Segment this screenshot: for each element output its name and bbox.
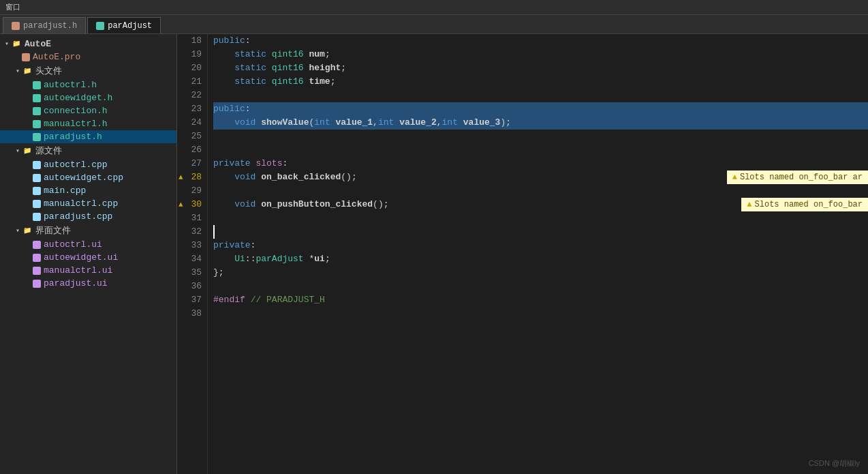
line-number-28: ▲28 (180, 171, 202, 184)
sidebar-item-main-cpp[interactable]: main.cpp (0, 184, 176, 197)
code-line-37: #endif // PARADJUST_H (213, 293, 868, 307)
sidebar-item-ui-group[interactable]: ▾📁界面文件 (0, 223, 176, 238)
line-number-24: 24 (180, 116, 202, 130)
sidebar-item-label-autoctrl-cpp: autoctrl.cpp (44, 160, 108, 170)
file-icon-h (33, 120, 41, 128)
warning-triangle-icon: ▲ (747, 200, 751, 209)
line-number-38: 38 (180, 307, 202, 321)
code-line-33: private: (213, 239, 868, 252)
line-number-37: 37 (180, 293, 202, 307)
sidebar-item-paradjust-ui[interactable]: paradjust.ui (0, 277, 176, 290)
sidebar-item-label-paradjust-h: paradjust.h (44, 132, 102, 142)
file-icon-cpp (33, 213, 41, 221)
code-line-18: public: (213, 34, 868, 48)
sidebar-item-manualctrl-h[interactable]: manualctrl.h (0, 117, 176, 130)
line-number-33: 33 (180, 239, 202, 252)
top-bar: 窗口 (0, 0, 868, 15)
file-icon-cpp (33, 187, 41, 195)
sidebar-item-autoctrl-ui[interactable]: autoctrl.ui (0, 238, 176, 251)
sidebar-item-autoewidget-h[interactable]: autoewidget.h (0, 91, 176, 104)
line-number-35: 35 (180, 266, 202, 280)
warning-hint-30: ▲Slots named on_foo_bar (741, 198, 868, 211)
code-line-38 (213, 307, 868, 321)
sidebar-item-autoctrl-h[interactable]: autoctrl.h (0, 78, 176, 91)
tab-icon-parAdjust (96, 22, 104, 30)
line-number-22: 22 (180, 89, 202, 102)
code-line-24: void showValue(int value_1,int value_2,i… (213, 116, 868, 130)
folder-chevron-icon: ▾ (14, 226, 22, 235)
code-line-21: static qint16 time; (213, 75, 868, 89)
sidebar[interactable]: ▾📁AutoEAutoE.pro▾📁头文件autoctrl.hautoewidg… (0, 34, 177, 474)
sidebar-project[interactable]: ▾📁AutoE (0, 37, 176, 50)
code-line-29 (213, 184, 868, 198)
code-line-36 (213, 280, 868, 293)
project-label: AutoE (25, 39, 51, 49)
sidebar-item-manualctrl-ui[interactable]: manualctrl.ui (0, 264, 176, 277)
tab-icon-paradjust-h (12, 22, 20, 30)
sidebar-item-autoewidget-ui[interactable]: autoewidget.ui (0, 251, 176, 264)
code-lines: public: static qint16 num; static qint16… (208, 34, 868, 474)
code-line-31 (213, 211, 868, 225)
line-number-32: 32 (180, 225, 202, 239)
file-icon-ui (33, 280, 41, 288)
tab-paradjust-h[interactable]: paradjust.h (3, 17, 86, 33)
line-number-36: 36 (180, 280, 202, 293)
code-line-28: void on_back_clicked();▲Slots named on_f… (213, 171, 868, 184)
sidebar-item-autoewidget-cpp[interactable]: autoewidget.cpp (0, 171, 176, 184)
sidebar-item-header-group[interactable]: ▾📁头文件 (0, 63, 176, 78)
sidebar-item-manualctrl-cpp[interactable]: manualctrl.cpp (0, 197, 176, 210)
line-number-34: 34 (180, 252, 202, 266)
code-line-20: static qint16 height; (213, 61, 868, 75)
file-icon-h (33, 133, 41, 141)
folder-chevron-icon: ▾ (14, 147, 22, 155)
sidebar-item-label-manualctrl-ui: manualctrl.ui (44, 265, 112, 276)
code-line-30: void on_pushButton_clicked();▲Slots name… (213, 198, 868, 211)
sidebar-item-label-autoE-pro: AutoE.pro (33, 52, 80, 62)
code-line-19: static qint16 num; (213, 48, 868, 61)
code-editor[interactable]: 18192021222324252627▲2829▲30313233343536… (177, 34, 868, 474)
main-content: ▾📁AutoEAutoE.pro▾📁头文件autoctrl.hautoewidg… (0, 34, 868, 474)
sidebar-item-label-manualctrl-h: manualctrl.h (44, 119, 108, 129)
code-line-25 (213, 130, 868, 143)
code-line-27: private slots: (213, 157, 868, 171)
file-icon-h (33, 94, 41, 102)
line-number-18: 18 (180, 34, 202, 48)
sidebar-item-label-paradjust-ui: paradjust.ui (44, 278, 108, 288)
folder-icon: 📁 (22, 65, 33, 76)
code-line-35: }; (213, 266, 868, 280)
folder-icon: 📁 (22, 145, 33, 156)
line-number-26: 26 (180, 143, 202, 157)
file-icon-ui (33, 241, 41, 249)
sidebar-item-autoE-pro[interactable]: AutoE.pro (0, 50, 176, 63)
file-icon-h (33, 81, 41, 89)
line-numbers: 18192021222324252627▲2829▲30313233343536… (177, 34, 208, 474)
warning-gutter-icon: ▲ (179, 198, 183, 211)
warning-hint-28: ▲Slots named on_foo_bar ar (727, 171, 868, 184)
code-line-22 (213, 89, 868, 102)
file-icon-cpp (33, 174, 41, 182)
sidebar-item-label-source-group: 源文件 (35, 145, 62, 157)
sidebar-item-paradjust-cpp[interactable]: paradjust.cpp (0, 210, 176, 223)
line-number-25: 25 (180, 130, 202, 143)
tab-label-paradjust-h: paradjust.h (23, 21, 77, 31)
file-icon-h (33, 107, 41, 115)
sidebar-item-paradjust-h[interactable]: paradjust.h (0, 130, 176, 143)
tab-bar: paradjust.hparAdjust (0, 15, 868, 34)
sidebar-item-label-autoctrl-h: autoctrl.h (44, 80, 97, 90)
line-number-31: 31 (180, 211, 202, 225)
watermark: CSDN @胡椒ly (809, 458, 860, 469)
folder-icon: 📁 (22, 225, 33, 236)
chevron-down-icon: ▾ (3, 40, 11, 48)
file-icon-cpp (33, 200, 41, 208)
sidebar-item-label-autoewidget-ui: autoewidget.ui (44, 252, 118, 263)
sidebar-item-label-header-group: 头文件 (35, 65, 62, 77)
sidebar-item-connection-h[interactable]: connection.h (0, 104, 176, 117)
sidebar-item-source-group[interactable]: ▾📁源文件 (0, 143, 176, 158)
tab-parAdjust[interactable]: parAdjust (87, 17, 161, 33)
tab-label-parAdjust: parAdjust (108, 21, 152, 31)
code-line-34: Ui::parAdjust *ui; (213, 252, 868, 266)
sidebar-item-label-paradjust-cpp: paradjust.cpp (44, 211, 112, 222)
code-line-32 (213, 225, 868, 239)
code-line-26 (213, 143, 868, 157)
sidebar-item-autoctrl-cpp[interactable]: autoctrl.cpp (0, 158, 176, 171)
